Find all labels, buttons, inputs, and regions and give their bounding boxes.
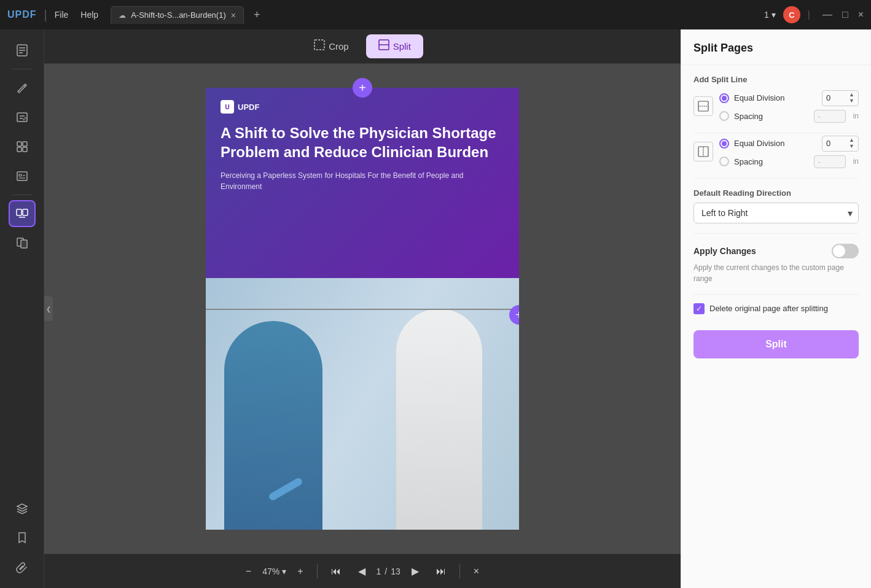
sidebar-icon-edit[interactable] bbox=[9, 104, 36, 131]
sidebar-icon-organize[interactable] bbox=[9, 200, 36, 227]
pdf-bottom bbox=[206, 278, 519, 530]
pdf-container: + U UPDF A Shift to Solve the Physician … bbox=[206, 88, 519, 530]
sidebar-icon-annotate[interactable] bbox=[9, 74, 36, 101]
first-page-button[interactable]: ⏮ bbox=[325, 562, 347, 581]
svg-rect-16 bbox=[17, 209, 21, 215]
vertical-split-section: Equal Division 0 ▲ ▼ Spacing bbox=[681, 136, 871, 176]
tab-icon: ☁ bbox=[119, 11, 126, 20]
h-spacing-radio[interactable] bbox=[719, 111, 729, 121]
page-indicator[interactable]: 1 ▾ bbox=[764, 10, 776, 20]
minimize-button[interactable]: — bbox=[822, 9, 832, 20]
add-split-line-label: Add Split Line bbox=[681, 65, 871, 90]
menu-bar: File Help bbox=[55, 10, 98, 20]
medical-image bbox=[206, 278, 519, 530]
direction-section: Default Reading Direction Left to Right … bbox=[681, 181, 871, 231]
v-equal-division-input[interactable]: 0 ▲ ▼ bbox=[822, 136, 859, 152]
add-vertical-split-button[interactable]: + bbox=[353, 78, 372, 98]
direction-select[interactable]: Left to Right Right to Left bbox=[693, 203, 859, 223]
bottom-nav: − 47% ▾ + ⏮ ◀ 1 / 13 ▶ ⏭ × bbox=[44, 554, 681, 588]
horizontal-split-line[interactable] bbox=[206, 309, 519, 310]
h-spacing-input[interactable]: - bbox=[814, 110, 846, 123]
tab-close-button[interactable]: × bbox=[231, 10, 236, 20]
apply-desc: Apply the current changes to the custom … bbox=[693, 262, 859, 284]
panel-title: Split Pages bbox=[681, 29, 871, 65]
zoom-out-button[interactable]: − bbox=[240, 562, 257, 581]
h-equal-division-input[interactable]: 0 ▲ ▼ bbox=[822, 90, 859, 106]
user-avatar[interactable]: C bbox=[783, 6, 800, 23]
v-equal-division-row[interactable]: Equal Division 0 ▲ ▼ bbox=[719, 136, 859, 152]
nav-divider-1 bbox=[317, 564, 318, 579]
prev-page-button[interactable]: ◀ bbox=[352, 562, 372, 581]
zoom-dropdown[interactable]: ▾ bbox=[282, 567, 286, 576]
horizontal-radio-group: Equal Division 0 ▲ ▼ Spacing bbox=[719, 90, 859, 123]
pdf-logo: U UPDF bbox=[221, 100, 504, 114]
svg-rect-9 bbox=[23, 142, 27, 146]
delete-original-label: Delete original page after splitting bbox=[709, 304, 828, 313]
sidebar-icon-reader[interactable] bbox=[9, 37, 36, 64]
delete-section[interactable]: ✓ Delete original page after splitting bbox=[681, 297, 871, 320]
horizontal-split-section: Equal Division 0 ▲ ▼ Spacing bbox=[681, 90, 871, 130]
doc-view[interactable]: ❮ + U UPDF A Shift to Solve the Physicia… bbox=[44, 64, 681, 554]
title-bar-right: 1 ▾ C | — □ × bbox=[764, 6, 864, 23]
v-equal-division-radio[interactable] bbox=[719, 139, 729, 149]
new-tab-button[interactable]: + bbox=[254, 9, 260, 21]
pdf-title: A Shift to Solve the Physician Shortage … bbox=[221, 123, 504, 161]
h-equal-arrows[interactable]: ▲ ▼ bbox=[849, 92, 854, 104]
direction-select-wrapper[interactable]: Left to Right Right to Left bbox=[693, 203, 859, 223]
horizontal-split-icon-box bbox=[693, 96, 713, 116]
svg-rect-13 bbox=[19, 174, 21, 176]
sidebar-icon-form[interactable] bbox=[9, 163, 36, 190]
split-icon bbox=[378, 39, 389, 53]
panel-divider-2 bbox=[693, 178, 859, 179]
sidebar-icon-bookmark[interactable] bbox=[9, 524, 36, 551]
apply-changes-toggle[interactable] bbox=[832, 244, 859, 258]
sidebar-icon-attachment[interactable] bbox=[9, 554, 36, 581]
vertical-radio-group: Equal Division 0 ▲ ▼ Spacing bbox=[719, 136, 859, 168]
page-handle[interactable]: ❮ bbox=[44, 296, 53, 321]
close-nav-button[interactable]: × bbox=[467, 562, 485, 581]
h-equal-down[interactable]: ▼ bbox=[849, 98, 854, 104]
window-controls: — □ × bbox=[822, 9, 864, 20]
pdf-page: U UPDF A Shift to Solve the Physician Sh… bbox=[206, 88, 519, 530]
v-equal-down[interactable]: ▼ bbox=[849, 144, 854, 150]
content-area: Crop Split ❮ + bbox=[44, 29, 681, 588]
delete-original-checkbox[interactable]: ✓ bbox=[693, 303, 705, 314]
total-pages: 13 bbox=[391, 567, 400, 576]
crop-button[interactable]: Crop bbox=[302, 34, 361, 58]
sidebar-icon-convert[interactable] bbox=[9, 230, 36, 257]
v-spacing-row[interactable]: Spacing - in bbox=[719, 155, 859, 168]
v-unit: in bbox=[853, 157, 859, 166]
next-page-button[interactable]: ▶ bbox=[405, 562, 425, 581]
v-spacing-input[interactable]: - bbox=[814, 155, 846, 168]
left-sidebar bbox=[0, 29, 44, 588]
svg-rect-8 bbox=[17, 142, 21, 146]
svg-line-4 bbox=[24, 85, 25, 87]
direction-label: Default Reading Direction bbox=[693, 188, 859, 198]
zoom-in-button[interactable]: + bbox=[291, 562, 309, 581]
panel-divider-1 bbox=[693, 133, 859, 133]
current-page[interactable]: 1 bbox=[377, 567, 381, 576]
h-spacing-label: Spacing bbox=[734, 112, 809, 121]
main-layout: Crop Split ❮ + bbox=[0, 29, 871, 588]
v-spacing-radio[interactable] bbox=[719, 157, 729, 166]
h-equal-division-radio[interactable] bbox=[719, 93, 729, 103]
split-action-button[interactable]: Split bbox=[693, 330, 859, 358]
h-equal-division-row[interactable]: Equal Division 0 ▲ ▼ bbox=[719, 90, 859, 106]
svg-rect-17 bbox=[23, 209, 28, 215]
sidebar-icon-view[interactable] bbox=[9, 133, 36, 160]
vertical-split-icon-box bbox=[693, 142, 713, 161]
menu-file[interactable]: File bbox=[55, 10, 69, 20]
sidebar-icon-layers[interactable] bbox=[9, 495, 36, 522]
h-spacing-row[interactable]: Spacing - in bbox=[719, 110, 859, 123]
tab[interactable]: ☁ A-Shift-to-S...an-Burden(1) × bbox=[111, 6, 244, 24]
maximize-button[interactable]: □ bbox=[842, 9, 848, 20]
tab-title: A-Shift-to-S...an-Burden(1) bbox=[131, 10, 226, 20]
menu-help[interactable]: Help bbox=[80, 10, 98, 20]
close-button[interactable]: × bbox=[858, 9, 864, 20]
apply-section: Apply Changes Apply the current changes … bbox=[681, 236, 871, 292]
split-button-toolbar[interactable]: Split bbox=[366, 34, 423, 58]
last-page-button[interactable]: ⏭ bbox=[430, 562, 452, 581]
nav-divider-2 bbox=[459, 564, 460, 579]
toolbar: Crop Split bbox=[44, 29, 681, 64]
v-equal-arrows[interactable]: ▲ ▼ bbox=[849, 137, 854, 150]
